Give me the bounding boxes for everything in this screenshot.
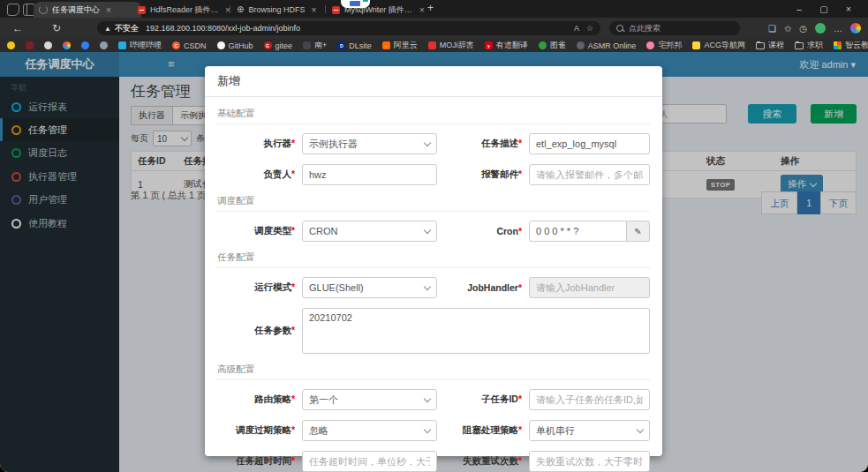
font-size-icon[interactable]: A — [574, 24, 579, 33]
bookmark-youdao[interactable]: y有道翻译 — [485, 40, 528, 51]
refresh-button[interactable]: ↻ — [46, 22, 67, 34]
bookmark-folder-jobs[interactable]: 求职 — [795, 40, 823, 51]
bookmark-csdn[interactable]: CCSDN — [172, 41, 207, 50]
globe-icon: ⊕ — [237, 5, 244, 14]
workspaces-icon[interactable] — [7, 4, 19, 16]
cron-label: Cron* — [444, 226, 529, 236]
site-icon — [118, 41, 126, 49]
grid-icon — [834, 41, 842, 49]
toolbar-icons: ❏ ✩ ◷ … — [768, 18, 861, 39]
cron-edit-button[interactable]: ✎ — [627, 221, 650, 242]
tab-title: Browsing HDFS — [248, 5, 305, 14]
tab-browsing-hdfs[interactable]: ⊕ Browsing HDFS × — [231, 2, 334, 18]
timeout-input[interactable] — [302, 451, 437, 472]
search-placeholder: 点此搜索 — [629, 23, 660, 34]
retry-count-label: 失败重试次数* — [444, 455, 529, 468]
browser-toolbar: ← ↻ ▲ 不安全 192.168.200.100:8080/xxl-job-a… — [0, 18, 868, 39]
bookmark-icon[interactable] — [44, 41, 52, 49]
tab-separator — [325, 5, 326, 13]
bookmark-bilibili[interactable]: 哔哩哔哩 — [118, 40, 162, 51]
bookmark-icon[interactable] — [7, 41, 15, 49]
tab-title: HdfsReader 插件文档.pdf — [150, 4, 219, 16]
job-param-label: 任务参数* — [217, 325, 302, 337]
bookmark-tuque[interactable]: 图雀 — [539, 40, 566, 51]
block-strategy-select[interactable]: 单机串行 — [529, 420, 650, 441]
bookmark-zhiyun-class[interactable]: 智云教学 - 70班 — [834, 40, 868, 51]
bookmark-asmr-online[interactable]: ASMR Online — [577, 41, 637, 50]
close-tab-icon[interactable]: × — [419, 5, 425, 15]
job-handler-input — [529, 277, 650, 298]
security-label: 不安全 — [115, 23, 139, 34]
folder-icon — [795, 42, 804, 49]
route-strategy-label: 路由策略* — [217, 393, 302, 406]
job-desc-input[interactable] — [529, 133, 650, 154]
profile-avatar[interactable] — [815, 23, 826, 34]
bookmark-acg-nav[interactable]: ACG导航网 — [692, 40, 745, 51]
bookmark-icon[interactable] — [81, 41, 89, 49]
site-icon — [217, 41, 225, 49]
bookmark-south-plus[interactable]: 南+ — [303, 40, 327, 51]
site-icon: G — [264, 41, 272, 49]
edit-icon: ✎ — [634, 227, 641, 236]
bookmark-gitee[interactable]: Ggitee — [264, 41, 293, 50]
back-button[interactable]: ← — [7, 22, 28, 34]
section-advanced-config: 高级配置 — [217, 363, 650, 380]
route-strategy-select[interactable]: 第一个 — [302, 389, 437, 410]
author-input[interactable] — [302, 164, 437, 185]
glue-type-select[interactable]: GLUE(Shell) — [302, 277, 437, 298]
cron-input[interactable] — [529, 221, 627, 242]
site-icon: D — [337, 41, 345, 49]
bookmark-dlsite[interactable]: DDLsite — [337, 41, 372, 50]
site-icon — [539, 41, 547, 49]
new-tab-button[interactable]: + — [427, 2, 434, 14]
tab-strip: 任务调度中心 × HdfsReader 插件文档.pdf × ⊕ Browsin… — [0, 0, 868, 18]
bookmark-moji[interactable]: MOJi辞書 — [428, 40, 474, 51]
close-tab-icon[interactable]: × — [311, 5, 316, 15]
collections-icon[interactable]: ❏ — [768, 24, 776, 34]
browser-window: 任务调度中心 × HdfsReader 插件文档.pdf × ⊕ Browsin… — [0, 0, 868, 472]
loading-spinner-icon — [39, 5, 48, 14]
history-icon[interactable]: ◷ — [799, 24, 807, 34]
search-box[interactable]: 点此搜索 — [609, 21, 740, 35]
favorites-bar-icon[interactable]: ✩ — [784, 24, 791, 34]
minimize-button[interactable]: – — [787, 4, 811, 14]
copilot-icon[interactable] — [850, 23, 861, 34]
new-job-modal: 新增 基础配置 执行器* 示例执行器 任务描述* 负责人* — [205, 66, 662, 456]
executor-select[interactable]: 示例执行器 — [302, 133, 437, 154]
job-param-textarea[interactable]: 20210702 — [302, 308, 650, 354]
bookmark-folder-courses[interactable]: 课程 — [756, 40, 784, 51]
globe-icon — [577, 41, 585, 49]
close-tab-icon[interactable]: × — [106, 5, 111, 15]
close-window-button[interactable]: × — [836, 4, 861, 14]
pdf-icon — [332, 6, 340, 14]
site-icon: C — [172, 41, 180, 49]
restore-button[interactable]: ▢ — [811, 4, 836, 14]
chevron-down-icon — [637, 425, 644, 432]
child-job-input[interactable] — [529, 389, 650, 410]
section-base-config: 基础配置 — [217, 108, 650, 124]
misfire-strategy-select[interactable]: 忽略 — [302, 420, 437, 441]
tab-title: 任务调度中心 — [52, 4, 100, 16]
section-task-config: 任务配置 — [217, 251, 650, 268]
bookmark-icon[interactable] — [100, 41, 108, 49]
bookmark-icon[interactable] — [26, 41, 34, 49]
retry-count-input[interactable] — [529, 451, 650, 472]
bookmark-zhaibangbang[interactable]: 宅邦邦 — [646, 40, 682, 51]
tab-xxl-job[interactable]: 任务调度中心 × — [34, 2, 141, 18]
job-handler-label: JobHandler* — [444, 282, 529, 293]
bookmark-icon-copilot[interactable] — [63, 41, 71, 49]
tab-hdfsreader-pdf[interactable]: HdfsReader 插件文档.pdf × — [132, 2, 238, 18]
bookmark-github[interactable]: GitHub — [217, 41, 253, 50]
site-icon: - — [382, 41, 390, 49]
child-job-label: 子任务ID* — [444, 393, 529, 406]
more-menu-icon[interactable]: … — [834, 24, 842, 34]
executor-label: 执行器* — [217, 138, 302, 150]
bookmark-aliyun[interactable]: -阿里云 — [382, 40, 418, 51]
schedule-type-select[interactable]: CRON — [302, 221, 437, 242]
address-bar[interactable]: ▲ 不安全 192.168.200.100:8080/xxl-job-admin… — [97, 21, 600, 35]
folder-icon — [756, 42, 765, 49]
pdf-icon — [138, 6, 146, 14]
site-icon — [646, 41, 654, 49]
favorite-star-icon[interactable]: ☆ — [586, 24, 593, 33]
alarm-email-input[interactable] — [529, 164, 650, 185]
